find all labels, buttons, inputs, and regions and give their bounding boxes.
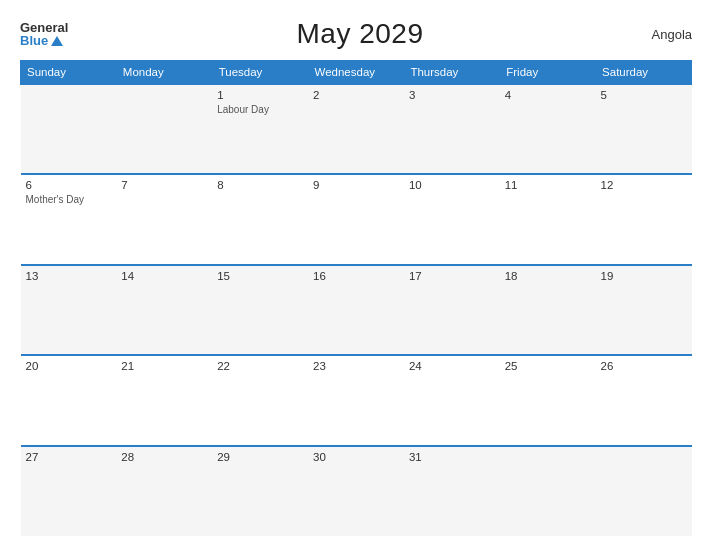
logo-triangle-icon <box>50 34 64 48</box>
calendar-day: 4 <box>500 84 596 174</box>
day-number: 22 <box>217 360 303 372</box>
day-number: 18 <box>505 270 591 282</box>
calendar-day: 26 <box>596 355 692 445</box>
calendar-day: 16 <box>308 265 404 355</box>
calendar-day: 18 <box>500 265 596 355</box>
weekday-header-row: Sunday Monday Tuesday Wednesday Thursday… <box>21 61 692 85</box>
calendar-day: 31 <box>404 446 500 536</box>
calendar-day: 10 <box>404 174 500 264</box>
logo-general-text: General <box>20 21 68 34</box>
day-number: 14 <box>121 270 207 282</box>
calendar-day: 17 <box>404 265 500 355</box>
day-number: 25 <box>505 360 591 372</box>
day-number: 27 <box>26 451 112 463</box>
calendar-week-row: 6Mother's Day789101112 <box>21 174 692 264</box>
calendar-day: 24 <box>404 355 500 445</box>
header-friday: Friday <box>500 61 596 85</box>
calendar-title: May 2029 <box>296 18 423 50</box>
day-number: 4 <box>505 89 591 101</box>
calendar-week-row: 20212223242526 <box>21 355 692 445</box>
calendar-page: General Blue May 2029 Angola Sunday Mond… <box>0 0 712 550</box>
calendar-day: 20 <box>21 355 117 445</box>
logo: General Blue <box>20 21 68 48</box>
calendar-day: 30 <box>308 446 404 536</box>
day-number: 17 <box>409 270 495 282</box>
calendar-day <box>596 446 692 536</box>
svg-marker-0 <box>51 36 63 46</box>
calendar-day: 2 <box>308 84 404 174</box>
day-number: 11 <box>505 179 591 191</box>
header-saturday: Saturday <box>596 61 692 85</box>
day-number: 29 <box>217 451 303 463</box>
day-number: 1 <box>217 89 303 101</box>
day-number: 31 <box>409 451 495 463</box>
calendar-day: 22 <box>212 355 308 445</box>
calendar-day <box>21 84 117 174</box>
day-number: 10 <box>409 179 495 191</box>
day-number: 23 <box>313 360 399 372</box>
country-name: Angola <box>652 27 692 42</box>
holiday-label: Mother's Day <box>26 193 112 206</box>
logo-blue-text: Blue <box>20 34 68 48</box>
calendar-day: 7 <box>116 174 212 264</box>
calendar-day: 25 <box>500 355 596 445</box>
calendar-day: 15 <box>212 265 308 355</box>
day-number: 21 <box>121 360 207 372</box>
header: General Blue May 2029 Angola <box>20 18 692 50</box>
day-number: 15 <box>217 270 303 282</box>
calendar-day: 29 <box>212 446 308 536</box>
calendar-day: 8 <box>212 174 308 264</box>
day-number: 16 <box>313 270 399 282</box>
day-number: 8 <box>217 179 303 191</box>
calendar-day <box>500 446 596 536</box>
day-number: 12 <box>601 179 687 191</box>
calendar-day: 3 <box>404 84 500 174</box>
day-number: 13 <box>26 270 112 282</box>
day-number: 26 <box>601 360 687 372</box>
calendar-day: 6Mother's Day <box>21 174 117 264</box>
calendar-day: 27 <box>21 446 117 536</box>
day-number: 19 <box>601 270 687 282</box>
day-number: 24 <box>409 360 495 372</box>
calendar-day: 21 <box>116 355 212 445</box>
day-number: 7 <box>121 179 207 191</box>
day-number: 28 <box>121 451 207 463</box>
holiday-label: Labour Day <box>217 103 303 116</box>
day-number: 5 <box>601 89 687 101</box>
calendar-day: 14 <box>116 265 212 355</box>
day-number: 9 <box>313 179 399 191</box>
day-number: 6 <box>26 179 112 191</box>
calendar-day: 9 <box>308 174 404 264</box>
calendar-table: Sunday Monday Tuesday Wednesday Thursday… <box>20 60 692 536</box>
header-thursday: Thursday <box>404 61 500 85</box>
calendar-week-row: 2728293031 <box>21 446 692 536</box>
day-number: 20 <box>26 360 112 372</box>
calendar-day: 23 <box>308 355 404 445</box>
calendar-day: 12 <box>596 174 692 264</box>
calendar-day: 13 <box>21 265 117 355</box>
calendar-day <box>116 84 212 174</box>
calendar-week-row: 1Labour Day2345 <box>21 84 692 174</box>
calendar-week-row: 13141516171819 <box>21 265 692 355</box>
calendar-day: 28 <box>116 446 212 536</box>
calendar-day: 11 <box>500 174 596 264</box>
header-monday: Monday <box>116 61 212 85</box>
day-number: 30 <box>313 451 399 463</box>
calendar-day: 1Labour Day <box>212 84 308 174</box>
header-tuesday: Tuesday <box>212 61 308 85</box>
calendar-day: 5 <box>596 84 692 174</box>
header-wednesday: Wednesday <box>308 61 404 85</box>
day-number: 3 <box>409 89 495 101</box>
header-sunday: Sunday <box>21 61 117 85</box>
day-number: 2 <box>313 89 399 101</box>
calendar-day: 19 <box>596 265 692 355</box>
